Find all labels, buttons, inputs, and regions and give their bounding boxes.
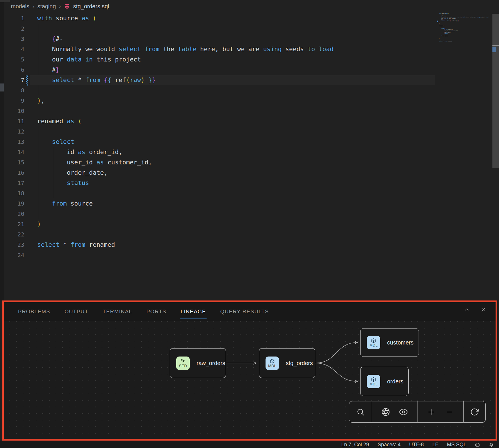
code-line-3[interactable]: {#- xyxy=(37,34,63,44)
lineage-node-stg_orders[interactable]: MDLstg_orders xyxy=(259,348,315,378)
breadcrumb-file[interactable]: stg_orders.sql xyxy=(73,3,109,10)
code-line-17[interactable]: status xyxy=(37,178,89,188)
lineage-node-orders[interactable]: MDLorders xyxy=(360,367,409,396)
minus-icon xyxy=(445,408,454,416)
eye-icon xyxy=(399,408,408,416)
cube-icon xyxy=(270,359,275,364)
code-line-23[interactable]: select * from renamed xyxy=(37,240,115,250)
breadcrumb-separator: › xyxy=(59,3,61,9)
database-icon xyxy=(64,3,70,9)
breadcrumb-folder-models[interactable]: models xyxy=(11,3,29,10)
tab-ports[interactable]: PORTS xyxy=(146,308,166,315)
left-rail xyxy=(0,0,4,300)
model-badge: MDL xyxy=(266,357,279,370)
code-line-21[interactable]: ) xyxy=(37,219,41,229)
status-encoding[interactable]: UTF-8 xyxy=(409,442,424,448)
tab-terminal[interactable]: TERMINAL xyxy=(103,308,132,315)
zoom-in-button[interactable] xyxy=(427,408,435,416)
lineage-node-customers[interactable]: MDLcustomers xyxy=(360,328,419,357)
status-eol[interactable]: LF xyxy=(432,442,438,448)
lineage-canvas[interactable]: SEDraw_ordersMDLstg_ordersMDLcustomersMD… xyxy=(4,321,496,439)
node-label: raw_orders xyxy=(197,360,225,367)
model-badge: MDL xyxy=(367,336,380,349)
lineage-toolbar xyxy=(349,401,486,423)
cube-icon xyxy=(371,377,376,382)
panel-close-button[interactable] xyxy=(480,306,486,313)
cube-icon xyxy=(371,338,376,343)
code-line-19[interactable]: from source xyxy=(37,198,93,209)
plus-icon xyxy=(427,408,435,416)
aperture-icon xyxy=(381,408,390,416)
code-area[interactable]: with source as ( {#- Normally we would s… xyxy=(4,13,499,300)
code-line-13[interactable]: select xyxy=(37,137,74,147)
panel-tab-bar: PROBLEMSOUTPUTTERMINALPORTSLINEAGEQUERY … xyxy=(4,302,496,321)
breadcrumb-separator: › xyxy=(32,3,34,9)
node-label: stg_orders xyxy=(286,360,313,367)
code-line-16[interactable]: order_date, xyxy=(37,168,108,178)
breadcrumb: models › staging › stg_orders.sql xyxy=(4,0,492,13)
code-line-15[interactable]: user_id as customer_id, xyxy=(37,157,152,168)
model-badge: MDL xyxy=(367,375,380,388)
search-icon xyxy=(356,408,365,416)
copilot-button[interactable] xyxy=(474,442,480,448)
tab-query-results[interactable]: QUERY RESULTS xyxy=(220,308,269,315)
seedling-icon xyxy=(180,359,186,364)
panel-actions xyxy=(464,306,486,313)
breadcrumb-folder-staging[interactable]: staging xyxy=(37,3,56,10)
notifications-button[interactable] xyxy=(488,442,494,448)
code-line-1[interactable]: with source as ( xyxy=(37,13,96,23)
search-button[interactable] xyxy=(356,408,365,416)
left-rail-thumb[interactable] xyxy=(0,83,4,91)
bell-icon xyxy=(488,442,494,448)
scrollbar-change-marker xyxy=(492,47,496,52)
scrollbar-thumb[interactable] xyxy=(492,14,499,168)
code-line-6[interactable]: #} xyxy=(37,65,60,75)
status-cursor-position[interactable]: Ln 7, Col 29 xyxy=(341,442,369,448)
scrollbar-ruler-mark xyxy=(492,45,499,46)
tab-output[interactable]: OUTPUT xyxy=(64,308,88,315)
node-label: orders xyxy=(387,378,403,385)
tab-problems[interactable]: PROBLEMS xyxy=(18,308,50,315)
refresh-icon xyxy=(470,408,479,416)
status-language-mode[interactable]: MS SQL xyxy=(447,442,466,448)
code-line-5[interactable]: our data in this project xyxy=(37,54,141,65)
seed-badge: SED xyxy=(176,357,190,370)
chevron-up-icon xyxy=(464,306,470,313)
lineage-node-raw_orders[interactable]: SEDraw_orders xyxy=(170,348,226,378)
code-line-4[interactable]: Normally we would select from the table … xyxy=(37,44,334,54)
status-indentation[interactable]: Spaces: 4 xyxy=(378,442,401,448)
snapshot-button[interactable] xyxy=(381,408,390,416)
close-icon xyxy=(480,306,486,313)
minimap-change-marker xyxy=(437,21,438,22)
node-label: customers xyxy=(387,339,413,346)
vscode-window: models › staging › stg_orders.sql 123456… xyxy=(0,0,499,448)
refresh-button[interactable] xyxy=(470,408,479,416)
minimap[interactable]: with source as ( {#- Normally we would s… xyxy=(435,13,492,43)
minimap-code: with source as ( {#- Normally we would s… xyxy=(435,13,492,43)
code-line-9[interactable]: ), xyxy=(37,95,45,106)
code-line-14[interactable]: id as order_id, xyxy=(37,147,122,157)
panel-maximize-button[interactable] xyxy=(464,306,470,313)
status-bar: Ln 7, Col 29Spaces: 4UTF-8LFMS SQL xyxy=(0,441,499,448)
editor-scrollbar[interactable] xyxy=(492,13,499,300)
visibility-button[interactable] xyxy=(399,408,408,416)
tab-lineage[interactable]: LINEAGE xyxy=(181,308,206,315)
zoom-out-button[interactable] xyxy=(445,408,454,416)
code-line-11[interactable]: renamed as ( xyxy=(37,116,82,126)
code-line-7[interactable]: select * from {{ ref(raw) }} xyxy=(37,75,156,85)
code-editor[interactable]: 123456789101112131415161718192021222324 … xyxy=(4,13,499,300)
copilot-icon xyxy=(474,442,480,448)
